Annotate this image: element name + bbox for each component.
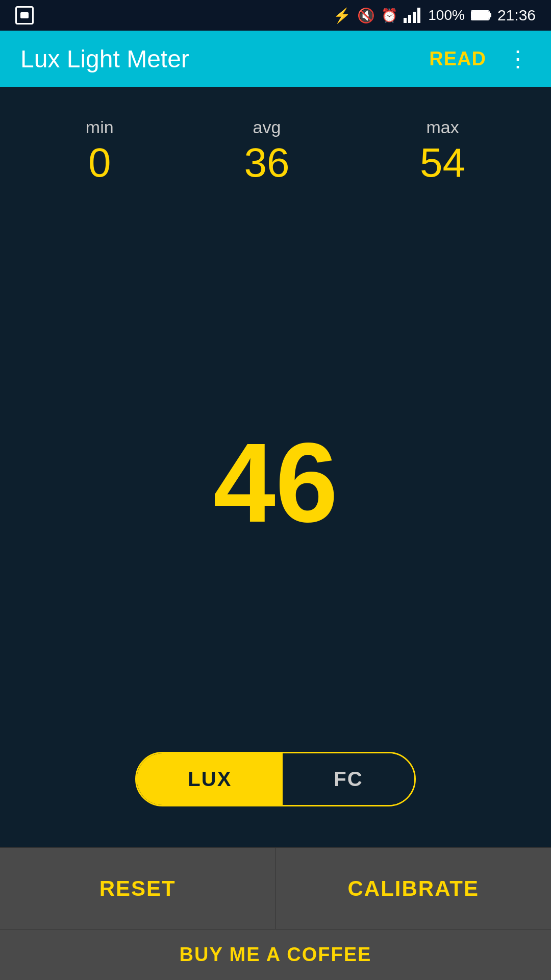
photo-icon bbox=[15, 6, 34, 24]
lux-button[interactable]: LUX bbox=[137, 753, 283, 805]
bluetooth-off-icon: ⚡ bbox=[333, 7, 351, 24]
read-button[interactable]: READ bbox=[429, 48, 486, 70]
min-value: 0 bbox=[88, 142, 111, 183]
battery-icon bbox=[471, 9, 491, 21]
alarm-icon: ⏰ bbox=[381, 8, 397, 23]
min-label: min bbox=[86, 117, 114, 137]
stat-avg: avg 36 bbox=[244, 117, 289, 183]
main-content: min 0 avg 36 max 54 46 LUX FC bbox=[0, 87, 551, 847]
svg-rect-5 bbox=[471, 11, 489, 19]
status-bar: ⚡ 🔇 ⏰ 100% 21:36 bbox=[0, 0, 551, 31]
avg-label: avg bbox=[253, 117, 281, 137]
stat-min: min 0 bbox=[86, 117, 114, 183]
volume-off-icon: 🔇 bbox=[357, 7, 375, 24]
center-reading: 46 bbox=[213, 214, 338, 752]
more-menu-icon[interactable]: ⋮ bbox=[507, 53, 531, 64]
max-label: max bbox=[426, 117, 459, 137]
signal-icon bbox=[404, 8, 422, 23]
svg-rect-2 bbox=[413, 12, 416, 23]
app-bar: Lux Light Meter READ ⋮ bbox=[0, 31, 551, 87]
svg-rect-0 bbox=[404, 18, 407, 23]
svg-rect-3 bbox=[417, 8, 420, 23]
bottom-area: RESET CALIBRATE BUY ME A COFFEE bbox=[0, 847, 551, 980]
main-reading-value: 46 bbox=[213, 427, 338, 539]
svg-rect-1 bbox=[408, 15, 411, 23]
status-time: 21:36 bbox=[497, 7, 536, 24]
calibrate-button[interactable]: CALIBRATE bbox=[276, 847, 552, 929]
status-bar-right: ⚡ 🔇 ⏰ 100% 21:36 bbox=[333, 7, 536, 24]
avg-value: 36 bbox=[244, 142, 289, 183]
reset-button[interactable]: RESET bbox=[0, 847, 276, 929]
app-title: Lux Light Meter bbox=[20, 45, 189, 73]
svg-rect-6 bbox=[489, 13, 491, 17]
max-value: 54 bbox=[420, 142, 465, 183]
stat-max: max 54 bbox=[420, 117, 465, 183]
fc-button[interactable]: FC bbox=[283, 753, 414, 805]
action-buttons-row: RESET CALIBRATE bbox=[0, 847, 551, 929]
battery-percent: 100% bbox=[428, 7, 465, 23]
app-bar-actions: READ ⋮ bbox=[429, 48, 531, 70]
status-bar-left bbox=[15, 6, 34, 24]
coffee-button[interactable]: BUY ME A COFFEE bbox=[0, 929, 551, 980]
unit-toggle[interactable]: LUX FC bbox=[135, 752, 415, 806]
stats-row: min 0 avg 36 max 54 bbox=[20, 117, 531, 183]
